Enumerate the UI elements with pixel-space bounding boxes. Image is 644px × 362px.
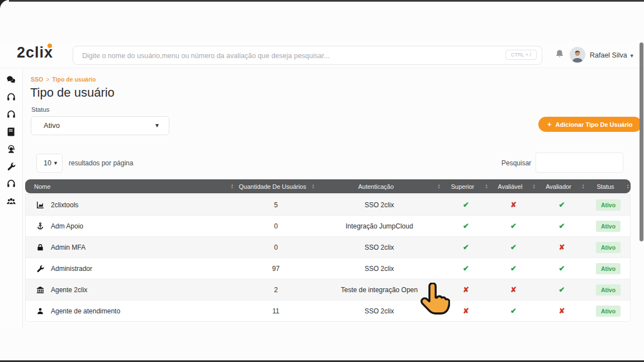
row-auth: Teste de integração Open [316, 286, 442, 294]
column-header-status[interactable]: Status▲▼ [586, 183, 631, 190]
per-page-select[interactable]: 10▼ [36, 154, 63, 173]
notifications-bell-icon[interactable] [554, 49, 565, 60]
sort-icon[interactable]: ▲▼ [485, 184, 488, 190]
row-avaliavel-flag: ✘ [490, 201, 537, 209]
window-top-edge [0, 0, 644, 2]
sidebar-item-headset-icon[interactable] [6, 92, 16, 102]
row-auth: Integração JumpCloud [316, 222, 442, 230]
row-superior-flag: ✔ [442, 243, 490, 251]
row-superior-flag: ✔ [442, 264, 490, 273]
sidebar-item-support-agent-icon[interactable] [6, 144, 16, 154]
row-quantity: 11 [235, 307, 316, 315]
chevron-down-icon: ▼ [154, 117, 160, 135]
status-badge: Ativo [596, 263, 621, 274]
app-window: 2clix CTRL + / Rafael Silva▼ SSO>Tipo de… [0, 0, 644, 362]
user-menu[interactable]: Rafael Silva▼ [590, 51, 634, 59]
status-badge: Ativo [596, 199, 621, 211]
table-body: 2clixtools 5 SSO 2clix ✔ ✘ ✔ Ativo Adm A… [25, 194, 631, 322]
row-name: Administrador [51, 265, 92, 273]
top-bar: 2clix CTRL + / Rafael Silva▼ [0, 42, 644, 68]
table-row[interactable]: Agente 2clix 2 Teste de integração Open … [26, 279, 630, 301]
sidebar-item-headset-icon[interactable] [6, 179, 16, 189]
row-avaliador-flag: ✘ [537, 243, 586, 251]
column-header-autenticacao[interactable]: Autenticação▲▼ [316, 183, 442, 190]
person-icon [36, 307, 45, 316]
column-header-nome[interactable]: Nome▲▼ [25, 183, 235, 190]
row-avaliavel-flag: ✘ [490, 285, 537, 294]
sort-icon[interactable]: ▲▼ [231, 184, 234, 190]
column-header-avaliavel[interactable]: Avaliável▲▼ [489, 183, 537, 190]
sort-icon[interactable]: ▲▼ [627, 184, 629, 190]
sidebar-item-chat-icon[interactable] [6, 75, 16, 85]
table-row[interactable]: Admin MFA 0 SSO 2clix ✔ ✔ ✘ Ativo [26, 237, 630, 258]
breadcrumb-root[interactable]: SSO [31, 76, 43, 83]
table-row[interactable]: Administrador 97 SSO 2clix ✔ ✔ ✔ Ativo [26, 258, 630, 279]
column-header-superior[interactable]: Superior▲▼ [442, 183, 489, 190]
status-filter-select[interactable]: Ativo▼ [31, 116, 169, 135]
row-quantity: 5 [235, 201, 316, 209]
plus-icon: + [547, 120, 552, 128]
breadcrumb-current: Tipo de usuário [52, 76, 96, 83]
logo-dot-icon [48, 44, 52, 48]
sort-icon[interactable]: ▲▼ [582, 184, 585, 190]
global-search: CTRL + / [73, 46, 542, 65]
row-name: 2clixtools [51, 201, 78, 209]
status-badge: Ativo [596, 306, 621, 317]
bank-icon [36, 285, 45, 294]
breadcrumb: SSO>Tipo de usuário [31, 76, 96, 83]
row-avaliador-flag: ✔ [537, 222, 586, 230]
table-header: Nome▲▼ Quantidade De Usuários▲▼ Autentic… [25, 179, 631, 193]
row-name: Admin MFA [51, 244, 86, 251]
shortcut-badge: CTRL + / [505, 50, 537, 60]
vertical-scrollbar[interactable] [640, 42, 643, 241]
chevron-down-icon: ▼ [629, 53, 634, 59]
sidebar-item-headset-icon[interactable] [6, 109, 16, 120]
sidebar-item-book-icon[interactable] [6, 127, 16, 137]
window-corner [0, 0, 9, 9]
row-avaliavel-flag: ✔ [490, 243, 537, 251]
lock-icon [36, 243, 45, 252]
row-avaliavel-flag: ✔ [490, 307, 537, 315]
status-badge: Ativo [596, 284, 621, 296]
row-avaliador-flag: ✔ [537, 264, 586, 273]
row-name: Agente de atendimento [51, 307, 120, 315]
anchor-icon [36, 222, 45, 231]
row-auth: SSO 2clix [316, 244, 442, 251]
row-name: Adm Apoio [51, 222, 83, 230]
row-quantity: 97 [235, 265, 316, 273]
sort-icon[interactable]: ▲▼ [533, 184, 536, 190]
table-row[interactable]: Agente de atendimento 11 SSO 2clix ✘ ✔ ✘… [26, 301, 630, 321]
row-avaliador-flag: ✔ [537, 285, 586, 294]
sort-icon[interactable]: ▲▼ [312, 184, 315, 190]
per-page-label: resultados por página [69, 159, 133, 167]
app-logo[interactable]: 2clix [17, 44, 53, 61]
row-superior-flag: ✘ [442, 307, 490, 315]
sort-icon[interactable]: ▲▼ [438, 184, 441, 190]
column-header-avaliador[interactable]: Avaliador▲▼ [537, 183, 586, 190]
table-search-input[interactable] [536, 153, 623, 173]
row-name: Agente 2clix [51, 286, 87, 294]
user-avatar[interactable] [570, 47, 585, 63]
row-quantity: 0 [235, 244, 316, 251]
table-row[interactable]: Adm Apoio 0 Integração JumpCloud ✔ ✔ ✔ A… [26, 216, 630, 237]
row-superior-flag: ✔ [442, 222, 490, 230]
global-search-input[interactable] [81, 46, 469, 65]
sidebar-item-wrench-icon[interactable] [6, 161, 16, 172]
row-avaliavel-flag: ✔ [490, 264, 537, 273]
row-avaliavel-flag: ✔ [490, 222, 537, 230]
row-superior-flag: ✘ [442, 285, 490, 294]
row-quantity: 2 [235, 286, 316, 294]
column-header-quantidade[interactable]: Quantidade De Usuários▲▼ [235, 183, 316, 190]
row-avaliador-flag: ✔ [537, 201, 586, 209]
sidebar-item-users-icon[interactable] [6, 196, 16, 206]
add-user-type-button[interactable]: + Adicionar Tipo De Usuário [538, 117, 642, 132]
table-row[interactable]: 2clixtools 5 SSO 2clix ✔ ✘ ✔ Ativo [26, 194, 630, 216]
status-badge: Ativo [596, 221, 621, 232]
row-auth: SSO 2clix [316, 201, 442, 209]
row-auth: SSO 2clix [316, 307, 442, 315]
status-filter-label: Status [31, 106, 50, 113]
sidebar-nav [0, 68, 23, 328]
status-badge: Ativo [596, 242, 621, 253]
row-superior-flag: ✔ [442, 201, 490, 209]
table-search-label: Pesquisar [501, 159, 531, 167]
